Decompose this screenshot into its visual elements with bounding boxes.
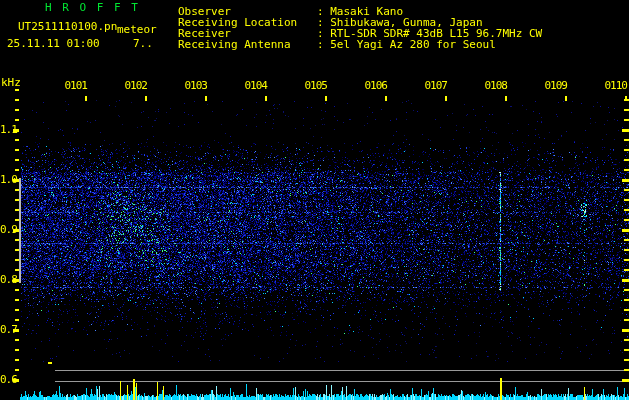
time-tick-label: 0109 <box>537 80 567 92</box>
time-tick-label: 0110 <box>597 80 627 92</box>
time-tick-label: 0106 <box>357 80 387 92</box>
time-tick-label: 0105 <box>297 80 327 92</box>
freq-tick-label: 1.0 <box>0 174 17 186</box>
app-title: H R O F F T <box>45 2 140 14</box>
mode-label: meteor <box>117 24 157 36</box>
field-label-antenna: Receiving Antenna <box>178 39 291 51</box>
filename-label: UT2511110100.pn <box>18 21 117 33</box>
time-tick-label: 0103 <box>177 80 207 92</box>
freq-tick-label: 0.8 <box>0 274 17 286</box>
freq-axis-unit: kHz <box>1 77 21 89</box>
freq-tick-label: 0.7 <box>0 324 17 336</box>
time-tick-label: 0107 <box>417 80 447 92</box>
time-tick-label: 0101 <box>57 80 87 92</box>
freq-tick-label: 0.9 <box>0 224 17 236</box>
hrofft-screen: H R O F F T UT2511110100.pn meteor 25.11… <box>0 0 629 400</box>
echo-counter: 7.. <box>133 38 153 50</box>
datetime-label: 25.11.11 01:00 <box>7 38 100 50</box>
time-tick-label: 0102 <box>117 80 147 92</box>
time-tick-label: 0104 <box>237 80 267 92</box>
freq-tick-label: 1.1 <box>0 124 17 136</box>
field-value-antenna: : 5el Yagi Az 280 for Seoul <box>317 39 496 51</box>
freq-tick-label: 0.6 <box>0 374 17 386</box>
time-tick-label: 0108 <box>477 80 507 92</box>
spectrogram-canvas <box>0 0 629 400</box>
